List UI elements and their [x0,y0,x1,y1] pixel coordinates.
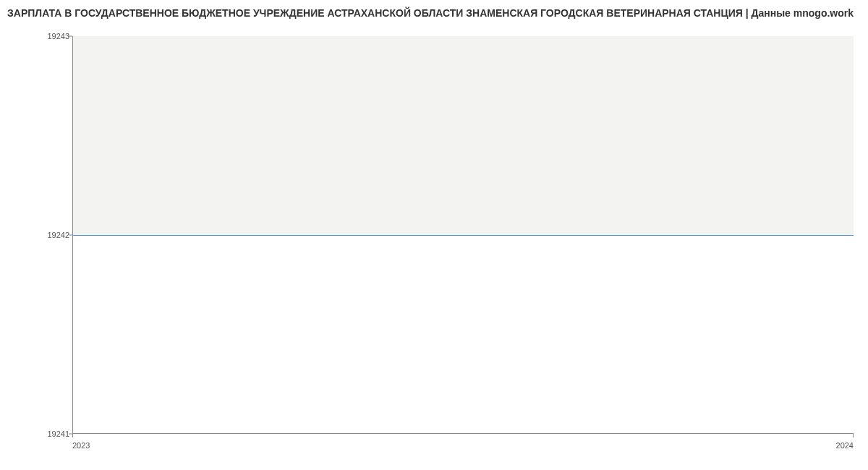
y-tick-label: 19241 [47,430,69,438]
x-tick-mark [72,434,73,437]
y-tick-label: 19243 [47,32,69,40]
chart-container: ЗАРПЛАТА В ГОСУДАРСТВЕННОЕ БЮДЖЕТНОЕ УЧР… [0,0,868,470]
y-tick-label: 19242 [47,231,69,239]
x-tick-label: 2023 [72,441,90,450]
x-tick-mark [853,434,854,437]
x-tick-label: 2024 [836,441,854,450]
plot-area [72,36,854,434]
shaded-region [73,36,854,235]
data-line [73,235,854,236]
chart-title: ЗАРПЛАТА В ГОСУДАРСТВЕННОЕ БЮДЖЕТНОЕ УЧР… [7,7,854,19]
